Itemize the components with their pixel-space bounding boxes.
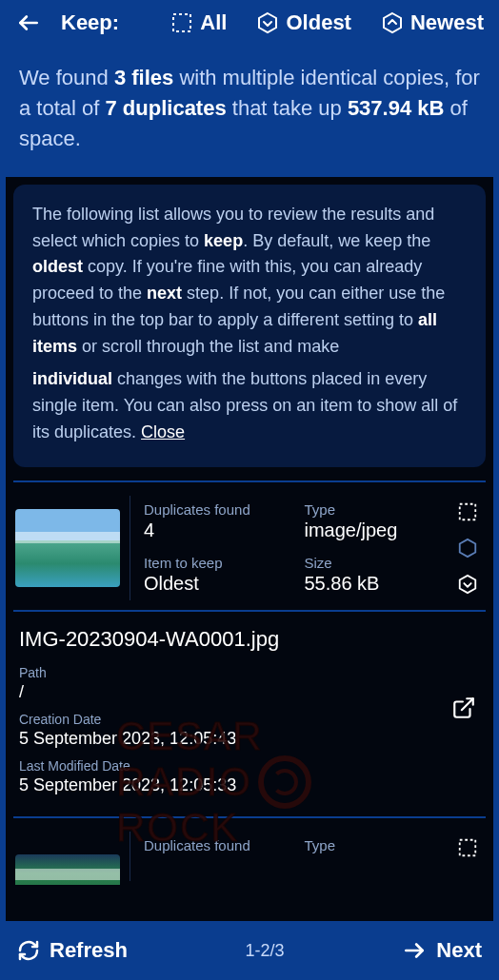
open-external-button[interactable]	[449, 694, 478, 722]
info-close-link[interactable]: Close	[141, 422, 185, 441]
divider	[13, 610, 486, 612]
meta-value: Oldest	[144, 573, 282, 595]
svg-marker-6	[460, 576, 476, 593]
svg-rect-8	[460, 839, 476, 855]
detail-value: 5 September 2023, 12:05:43	[19, 729, 480, 749]
open-external-icon	[451, 696, 476, 720]
detail-value: 5 September 2023, 12:05:33	[19, 775, 480, 795]
keep-label: Keep:	[61, 10, 119, 35]
detail-label: Last Modified Date	[19, 758, 480, 774]
svg-marker-2	[259, 13, 276, 32]
select-none-icon[interactable]	[455, 500, 480, 524]
duplicate-item[interactable]: Duplicates found 4 Type image/jpeg Item …	[13, 492, 486, 604]
select-none-icon	[170, 10, 194, 35]
svg-line-7	[462, 698, 473, 710]
page-indicator: 1-2/3	[139, 941, 390, 961]
info-box: The following list allows you to review …	[13, 185, 486, 467]
meta-value: 4	[144, 519, 282, 541]
meta-label: Duplicates found	[144, 501, 282, 518]
next-label: Next	[436, 938, 482, 963]
keep-newest-button[interactable]: Newest	[380, 10, 484, 35]
item-side-actions	[451, 832, 484, 881]
meta-label: Item to keep	[144, 555, 282, 571]
meta-value: 55.86 kB	[305, 573, 443, 595]
refresh-button[interactable]: Refresh	[17, 938, 128, 963]
keep-oldest-button[interactable]: Oldest	[255, 10, 350, 35]
svg-marker-5	[460, 539, 476, 557]
refresh-label: Refresh	[50, 938, 128, 963]
refresh-icon	[17, 939, 40, 962]
back-button[interactable]	[15, 10, 42, 36]
hex-down-icon[interactable]	[455, 572, 480, 597]
detail-value: /	[19, 682, 480, 702]
top-bar: Keep: All Oldest Newest	[0, 0, 499, 44]
summary-dupes-count: 7 duplicates	[106, 96, 227, 120]
detail-label: Path	[19, 665, 480, 680]
svg-marker-3	[384, 13, 401, 32]
detail-filename: IMG-20230904-WA0001.jpg	[19, 627, 480, 652]
divider	[13, 816, 486, 818]
meta-value: image/jpeg	[305, 519, 443, 541]
arrow-left-icon	[16, 10, 41, 35]
detail-label: Creation Date	[19, 712, 480, 727]
arrow-right-icon	[402, 938, 427, 963]
hex-outline-icon[interactable]	[455, 536, 480, 560]
item-meta: Duplicates found Type	[130, 832, 442, 881]
hex-up-icon	[380, 10, 405, 35]
keep-all-label: All	[200, 10, 227, 35]
summary-text: We found 3 files with multiple identical…	[0, 44, 499, 177]
item-meta: Duplicates found 4 Type image/jpeg Item …	[130, 496, 442, 600]
duplicate-item[interactable]: Duplicates found Type	[13, 828, 486, 885]
meta-label: Type	[305, 501, 443, 518]
summary-files-count: 3 files	[114, 66, 173, 89]
bottom-bar: Refresh 1-2/3 Next	[0, 921, 499, 980]
meta-label: Type	[305, 837, 443, 853]
item-detail: IMG-20230904-WA0001.jpg Path / Creation …	[13, 619, 486, 799]
divider	[13, 480, 486, 482]
item-thumbnail	[15, 854, 120, 885]
hex-down-icon	[255, 10, 280, 35]
svg-rect-4	[460, 503, 476, 519]
item-side-actions	[451, 496, 484, 600]
select-none-icon[interactable]	[455, 835, 480, 860]
keep-oldest-label: Oldest	[286, 10, 350, 35]
keep-all-button[interactable]: All	[170, 10, 227, 35]
item-thumbnail	[15, 509, 120, 587]
summary-size: 537.94 kB	[348, 96, 445, 120]
keep-newest-label: Newest	[410, 10, 484, 35]
svg-rect-1	[173, 14, 190, 31]
meta-label: Duplicates found	[144, 837, 282, 853]
next-button[interactable]: Next	[402, 938, 482, 963]
meta-label: Size	[305, 555, 443, 571]
main-area: The following list allows you to review …	[6, 177, 493, 921]
